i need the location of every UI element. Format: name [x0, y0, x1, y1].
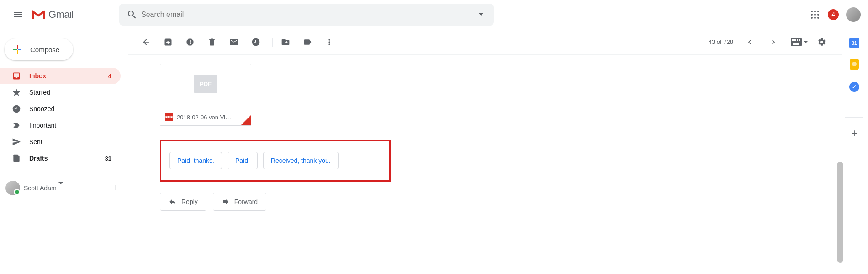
sidebar-item-count: 31	[105, 155, 111, 162]
important-icon	[12, 121, 21, 130]
svg-point-0	[811, 11, 813, 12]
attachment-filename: 2018-02-06 von Vi…	[177, 114, 246, 121]
side-panel: 31 +	[842, 29, 868, 274]
star-icon	[12, 88, 21, 97]
google-apps-button[interactable]	[810, 9, 820, 20]
input-tools-button[interactable]	[788, 38, 811, 46]
attachment-card[interactable]: PDF PDF 2018-02-06 von Vi…	[160, 64, 251, 126]
hamburger-icon	[13, 9, 24, 20]
body: Compose Inbox 4 Starred Snoozed Importan…	[0, 29, 868, 274]
older-button[interactable]	[764, 33, 783, 51]
sidebar-item-inbox[interactable]: Inbox 4	[0, 68, 121, 84]
sidebar-item-count: 4	[108, 73, 111, 80]
more-button[interactable]	[320, 33, 339, 51]
chevron-right-icon	[769, 38, 778, 47]
header: Gmail 4	[0, 0, 868, 29]
compose-label: Compose	[30, 46, 59, 54]
toolbar: 43 of 728	[128, 29, 842, 55]
search-icon[interactable]	[123, 5, 141, 24]
message-content: PDF PDF 2018-02-06 von Vi… Paid, thanks.…	[128, 55, 842, 220]
search-options-button[interactable]	[472, 5, 490, 24]
svg-point-5	[817, 14, 819, 16]
svg-point-4	[814, 14, 816, 16]
forward-button[interactable]: Forward	[213, 193, 266, 211]
keep-app-button[interactable]	[849, 59, 860, 70]
plus-icon	[12, 44, 23, 55]
smart-reply-3[interactable]: Received, thank you.	[263, 152, 339, 169]
report-spam-icon	[185, 38, 195, 47]
settings-button[interactable]	[813, 33, 831, 51]
sidebar: Compose Inbox 4 Starred Snoozed Importan…	[0, 29, 128, 274]
mail-icon	[229, 38, 238, 47]
tasks-icon	[849, 82, 859, 92]
reply-label: Reply	[181, 198, 198, 205]
main-content: 43 of 728 PDF PDF 2018-02-06 von Vi…	[128, 29, 842, 274]
clock-icon	[12, 104, 21, 113]
snooze-button[interactable]	[247, 33, 265, 51]
send-icon	[12, 137, 21, 146]
hangouts-avatar[interactable]	[5, 181, 20, 195]
forward-icon	[222, 198, 230, 206]
sidebar-item-label: Sent	[29, 138, 121, 145]
main-menu-button[interactable]	[7, 4, 29, 26]
gmail-logo-text: Gmail	[48, 9, 74, 21]
smart-reply-2[interactable]: Paid.	[228, 152, 258, 169]
calendar-app-button[interactable]: 31	[849, 38, 860, 48]
scrollbar[interactable]	[837, 162, 843, 263]
notifications-badge[interactable]: 4	[828, 9, 839, 20]
delete-button[interactable]	[203, 33, 221, 51]
search-bar[interactable]	[119, 4, 494, 26]
sidebar-item-important[interactable]: Important	[0, 117, 121, 134]
svg-rect-14	[793, 43, 799, 45]
sidebar-item-label: Snoozed	[29, 105, 121, 113]
gmail-logo-icon	[31, 9, 46, 20]
account-avatar[interactable]	[846, 7, 861, 22]
pdf-icon: PDF	[165, 113, 173, 121]
svg-point-2	[817, 11, 819, 12]
sidebar-item-label: Inbox	[29, 72, 108, 80]
sidebar-item-snoozed[interactable]: Snoozed	[0, 101, 121, 117]
sidebar-item-drafts[interactable]: Drafts 31	[0, 150, 121, 167]
compose-button[interactable]: Compose	[5, 38, 73, 60]
sidebar-item-starred[interactable]: Starred	[0, 84, 121, 101]
toolbar-separator	[272, 38, 273, 47]
sidebar-item-label: Important	[29, 122, 121, 129]
gear-icon	[817, 38, 826, 47]
hangouts-section: Scott Adam +	[0, 176, 128, 200]
mark-unread-button[interactable]	[225, 33, 243, 51]
caret-down-icon	[804, 41, 808, 43]
svg-rect-9	[791, 38, 802, 46]
smart-reply-1[interactable]: Paid, thanks.	[169, 152, 222, 169]
sidebar-item-label: Drafts	[29, 155, 105, 162]
more-vert-icon	[325, 38, 334, 47]
search-input[interactable]	[141, 11, 472, 19]
gmail-logo[interactable]: Gmail	[31, 9, 74, 21]
drive-corner-icon	[241, 115, 251, 125]
svg-rect-11	[794, 39, 796, 41]
svg-point-1	[814, 11, 816, 12]
spam-button[interactable]	[181, 33, 199, 51]
svg-point-8	[817, 17, 819, 19]
svg-rect-10	[792, 39, 794, 41]
reply-button[interactable]: Reply	[160, 193, 206, 211]
tasks-app-button[interactable]	[849, 81, 860, 92]
sidebar-item-sent[interactable]: Sent	[0, 134, 121, 150]
archive-button[interactable]	[159, 33, 177, 51]
hangouts-new-button[interactable]: +	[113, 182, 119, 194]
newer-button[interactable]	[741, 33, 759, 51]
back-button[interactable]	[137, 33, 155, 51]
svg-point-7	[814, 17, 816, 19]
caret-down-icon	[479, 13, 483, 16]
move-to-button[interactable]	[276, 33, 295, 51]
keyboard-icon	[791, 38, 802, 46]
caret-down-icon[interactable]	[58, 184, 63, 192]
pager-text: 43 of 728	[709, 38, 733, 45]
attachment-thumbnail: PDF	[194, 75, 217, 93]
svg-point-6	[811, 17, 813, 19]
arrow-back-icon	[142, 38, 151, 47]
label-icon	[303, 38, 312, 47]
labels-button[interactable]	[298, 33, 317, 51]
hangouts-username[interactable]: Scott Adam	[24, 184, 57, 192]
apps-grid-icon	[810, 9, 820, 20]
add-addon-button[interactable]: +	[845, 117, 863, 140]
